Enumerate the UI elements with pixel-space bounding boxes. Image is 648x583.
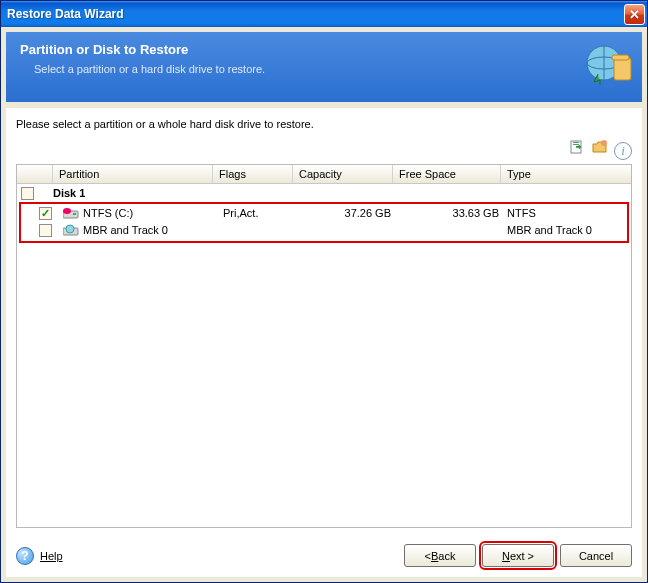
footer-bar: ? Help < Back Next > Cancel	[6, 536, 642, 577]
partition-capacity	[297, 222, 397, 239]
svg-rect-2	[614, 58, 631, 80]
svg-rect-10	[73, 213, 76, 215]
grid-toolbar: i	[16, 138, 632, 160]
help-text: Help	[40, 550, 63, 562]
grid-body: Disk 1 NTFS (C:) Pri,Act.	[17, 184, 631, 528]
svg-point-7	[601, 140, 607, 146]
col-capacity[interactable]: Capacity	[293, 165, 393, 183]
info-icon[interactable]: i	[614, 142, 632, 160]
window-title: Restore Data Wizard	[7, 7, 624, 21]
col-type[interactable]: Type	[501, 165, 631, 183]
partition-flags	[217, 222, 297, 239]
header-icon	[582, 38, 632, 88]
partition-type: NTFS	[505, 205, 627, 222]
highlighted-rows: NTFS (C:) Pri,Act. 37.26 GB 33.63 GB NTF…	[19, 202, 629, 243]
help-link[interactable]: ? Help	[16, 547, 63, 565]
toolbar-button-1[interactable]	[568, 138, 586, 156]
partition-capacity: 37.26 GB	[297, 205, 397, 222]
instruction-text: Please select a partition or a whole har…	[16, 118, 632, 130]
col-partition[interactable]: Partition	[53, 165, 213, 183]
close-button[interactable]: ✕	[624, 4, 645, 25]
header-title: Partition or Disk to Restore	[20, 42, 628, 57]
disk-checkbox[interactable]	[21, 187, 34, 200]
partition-row[interactable]: NTFS (C:) Pri,Act. 37.26 GB 33.63 GB NTF…	[21, 205, 627, 222]
grid-header: Partition Flags Capacity Free Space Type	[17, 165, 631, 184]
partition-grid: Partition Flags Capacity Free Space Type…	[16, 164, 632, 529]
svg-point-9	[63, 208, 71, 214]
svg-rect-3	[612, 55, 629, 60]
content-area: Please select a partition or a whole har…	[6, 108, 642, 536]
drive-icon	[63, 224, 79, 236]
partition-row[interactable]: MBR and Track 0 MBR and Track 0	[21, 222, 627, 239]
col-check[interactable]	[17, 165, 53, 183]
header-subtitle: Select a partition or a hard disk drive …	[20, 63, 628, 75]
partition-checkbox[interactable]	[39, 207, 52, 220]
partition-free	[397, 222, 505, 239]
back-button[interactable]: < Back	[404, 544, 476, 567]
title-bar: Restore Data Wizard ✕	[1, 1, 647, 27]
col-flags[interactable]: Flags	[213, 165, 293, 183]
partition-checkbox[interactable]	[39, 224, 52, 237]
wizard-header: Partition or Disk to Restore Select a pa…	[6, 32, 642, 102]
col-free[interactable]: Free Space	[393, 165, 501, 183]
partition-name: NTFS (C:)	[83, 207, 133, 219]
drive-icon	[63, 207, 79, 219]
cancel-button[interactable]: Cancel	[560, 544, 632, 567]
toolbar-button-2[interactable]	[591, 138, 609, 156]
svg-rect-5	[573, 142, 579, 143]
disk-label: Disk 1	[53, 185, 631, 202]
partition-free: 33.63 GB	[397, 205, 505, 222]
svg-point-12	[66, 225, 74, 233]
help-icon: ?	[16, 547, 34, 565]
partition-flags: Pri,Act.	[217, 205, 297, 222]
partition-type: MBR and Track 0	[505, 222, 627, 239]
next-button[interactable]: Next >	[482, 544, 554, 567]
partition-name: MBR and Track 0	[83, 224, 168, 236]
disk-row[interactable]: Disk 1	[17, 185, 631, 202]
svg-rect-6	[573, 144, 579, 145]
